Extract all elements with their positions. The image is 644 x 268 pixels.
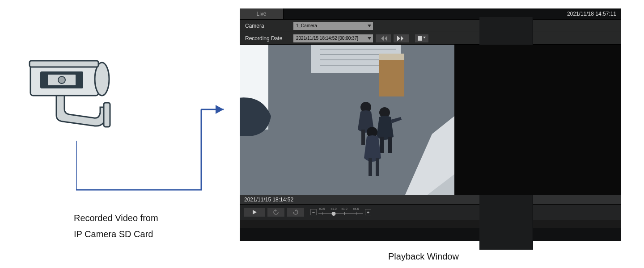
step-forward-button[interactable]	[287, 208, 304, 217]
recording-date-value: 2021/11/15 18:14:52 [00:00:37]	[296, 36, 358, 41]
source-caption: Recorded Video from IP Camera SD Card	[74, 210, 158, 242]
svg-point-5	[58, 76, 65, 84]
window-caption: Playback Window	[388, 251, 459, 262]
svg-rect-8	[418, 36, 422, 41]
speed-tick-label: x1.0	[341, 207, 347, 210]
speed-increase-button[interactable]: +	[365, 209, 371, 215]
svg-rect-2	[30, 61, 98, 67]
svg-marker-7	[216, 105, 224, 114]
camera-row: Camera 1_Camera	[240, 20, 621, 32]
svg-rect-29	[376, 158, 379, 176]
tab-live[interactable]: Live	[240, 8, 284, 19]
speed-control: − x0.5 x1.0 x1.0 x4.0 +	[310, 209, 371, 216]
camera-select-value: 1_Camera	[296, 23, 317, 28]
tab-bar: Live Playback 2021/11/18 14:57:11	[240, 8, 621, 20]
svg-rect-22	[361, 130, 365, 145]
camera-label: Camera	[245, 23, 293, 29]
speed-tick-label: x1.0	[330, 207, 336, 210]
svg-rect-18	[379, 54, 404, 60]
play-button[interactable]	[244, 208, 265, 217]
playback-controls: − x0.5 x1.0 x1.0 x4.0 +	[240, 205, 621, 220]
speed-tick-label: x4.0	[353, 207, 359, 210]
svg-rect-26	[388, 137, 392, 153]
playback-window: Live Playback 2021/11/18 14:57:11 Camera…	[240, 8, 621, 241]
svg-marker-30	[253, 210, 257, 214]
source-caption-line1: Recorded Video from	[74, 210, 158, 226]
next-clip-button[interactable]	[394, 34, 409, 42]
speed-decrease-button[interactable]: −	[310, 209, 317, 215]
playback-footer	[240, 220, 621, 228]
flow-arrow	[76, 96, 233, 199]
video-area	[240, 45, 621, 195]
speed-tick-label: x0.5	[319, 207, 325, 210]
recording-date-label: Recording Date	[245, 35, 293, 42]
filter-button[interactable]	[415, 34, 428, 42]
step-back-button[interactable]	[267, 208, 284, 217]
speed-slider[interactable]: x0.5 x1.0 x1.0 x4.0	[318, 209, 363, 216]
source-caption-line2: IP Camera SD Card	[74, 226, 158, 242]
svg-rect-17	[379, 54, 404, 96]
recording-date-row: Recording Date 2021/11/15 18:14:52 [00:0…	[240, 32, 621, 45]
svg-rect-25	[380, 137, 384, 153]
speed-knob[interactable]	[332, 212, 336, 216]
video-frame[interactable]	[240, 45, 454, 195]
camera-select[interactable]: 1_Camera	[293, 22, 373, 30]
recording-date-select[interactable]: 2021/11/15 18:14:52 [00:00:37]	[293, 34, 373, 42]
clock-display: 2021/11/18 14:57:11	[567, 8, 621, 19]
svg-rect-28	[369, 158, 372, 176]
prev-clip-button[interactable]	[376, 34, 391, 42]
playback-timestamp: 2021/11/15 18:14:52	[240, 195, 621, 205]
